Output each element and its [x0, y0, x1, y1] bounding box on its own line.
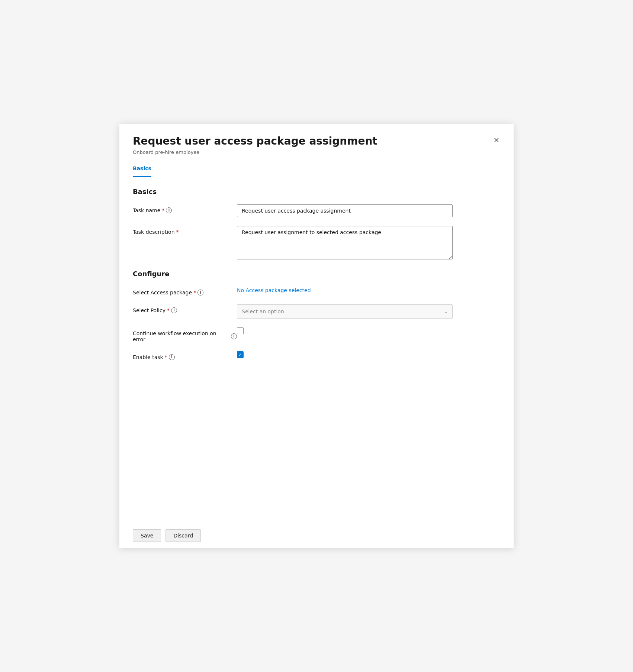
- dialog: Request user access package assignment O…: [119, 124, 514, 548]
- select-policy-dropdown[interactable]: Select an option ⌄: [237, 304, 453, 319]
- access-package-required: *: [193, 290, 196, 295]
- access-package-info-icon[interactable]: i: [197, 290, 203, 295]
- save-button[interactable]: Save: [133, 529, 161, 542]
- enable-task-required: *: [165, 354, 167, 360]
- access-package-link[interactable]: No Access package selected: [237, 287, 311, 293]
- tab-basics[interactable]: Basics: [133, 161, 151, 177]
- enable-task-label: Enable task * i: [133, 351, 237, 360]
- enable-task-checkbox[interactable]: [237, 351, 244, 358]
- task-name-info-icon[interactable]: i: [166, 207, 172, 213]
- continue-on-error-row: Continue workflow execution on error i: [133, 327, 500, 342]
- chevron-down-icon: ⌄: [444, 309, 448, 314]
- enable-task-info-icon[interactable]: i: [169, 354, 175, 360]
- continue-on-error-checkbox[interactable]: [237, 327, 244, 334]
- access-package-row: Select Access package * i No Access pack…: [133, 287, 500, 295]
- task-description-row: Task description * Request user assignme…: [133, 226, 500, 261]
- task-name-row: Task name * i: [133, 204, 500, 217]
- select-policy-placeholder: Select an option: [242, 308, 284, 314]
- select-policy-info-icon[interactable]: i: [171, 307, 177, 313]
- configure-section: Configure Select Access package * i No A…: [133, 270, 500, 360]
- dialog-footer: Save Discard: [119, 523, 514, 548]
- dialog-subtitle: Onboard pre-hire employee: [133, 149, 500, 155]
- continue-on-error-info-icon[interactable]: i: [231, 333, 237, 339]
- enable-task-control: [237, 351, 453, 358]
- select-policy-label: Select Policy * i: [133, 304, 237, 313]
- dialog-body: Basics Task name * i Task description * …: [119, 177, 514, 523]
- enable-task-row: Enable task * i: [133, 351, 500, 360]
- access-package-control: No Access package selected: [237, 287, 453, 294]
- task-description-label: Task description *: [133, 226, 237, 235]
- task-name-control: [237, 204, 453, 217]
- task-description-input[interactable]: Request user assignment to selected acce…: [237, 226, 453, 259]
- task-description-control: Request user assignment to selected acce…: [237, 226, 453, 261]
- tabs-row: Basics: [119, 161, 514, 177]
- task-name-label: Task name * i: [133, 204, 237, 213]
- task-name-required: *: [162, 207, 164, 213]
- select-policy-required: *: [167, 307, 170, 313]
- continue-on-error-control: [237, 327, 453, 334]
- dialog-header: Request user access package assignment O…: [119, 124, 514, 161]
- task-name-input[interactable]: [237, 204, 453, 217]
- close-button[interactable]: ×: [490, 133, 503, 146]
- basics-section-title: Basics: [133, 188, 500, 196]
- select-policy-control: Select an option ⌄: [237, 304, 453, 319]
- access-package-label: Select Access package * i: [133, 287, 237, 295]
- select-policy-row: Select Policy * i Select an option ⌄: [133, 304, 500, 319]
- configure-section-title: Configure: [133, 270, 500, 278]
- discard-button[interactable]: Discard: [166, 529, 201, 542]
- continue-on-error-label: Continue workflow execution on error i: [133, 327, 237, 342]
- task-description-required: *: [176, 229, 179, 235]
- dialog-title: Request user access package assignment: [133, 135, 500, 148]
